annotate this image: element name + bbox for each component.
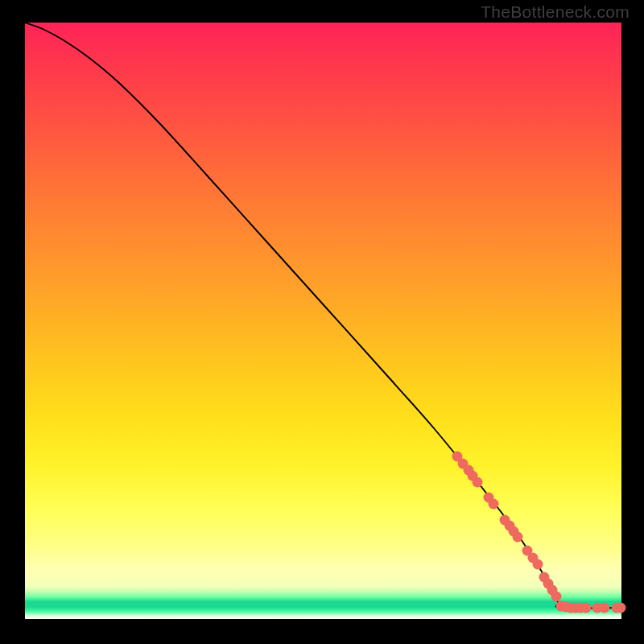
watermark-text: TheBottleneck.com	[481, 2, 630, 22]
plot-svg	[25, 23, 621, 619]
plot-area	[25, 23, 621, 619]
contour-line	[25, 23, 621, 609]
data-marker	[513, 532, 523, 543]
chart-frame: TheBottleneck.com	[0, 0, 644, 644]
data-marker	[473, 477, 483, 488]
data-marker	[551, 592, 562, 602]
data-marker	[600, 603, 610, 613]
marker-group	[452, 452, 626, 613]
data-marker	[616, 603, 626, 613]
data-marker	[581, 603, 592, 613]
data-marker	[489, 499, 499, 510]
data-marker	[533, 559, 543, 570]
